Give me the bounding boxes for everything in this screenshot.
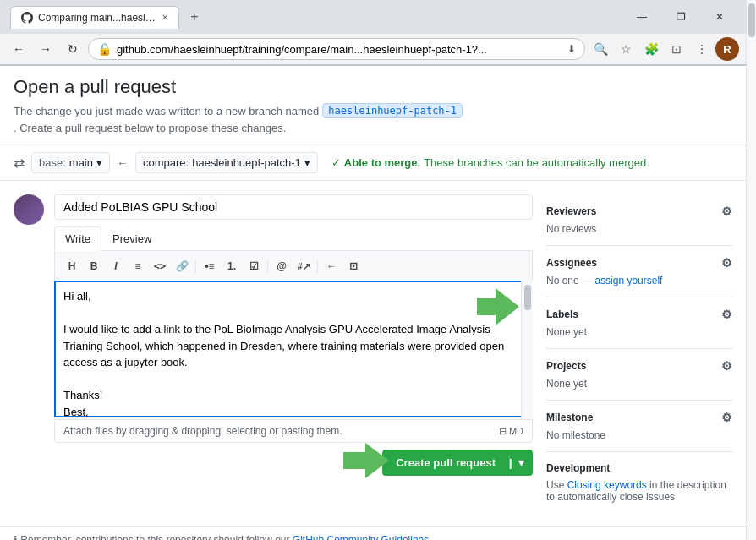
base-branch-select[interactable]: base: main ▾ xyxy=(31,152,110,173)
link-button[interactable]: 🔗 xyxy=(172,256,192,276)
labels-label: Labels xyxy=(546,308,578,320)
browser-tab[interactable]: Comparing main...haesleinhuep ✕ xyxy=(10,6,179,29)
milestone-header: Milestone ⚙ xyxy=(546,411,732,424)
labels-gear-icon[interactable]: ⚙ xyxy=(721,308,732,321)
bookmark-icon[interactable]: ☆ xyxy=(614,37,638,61)
projects-label: Projects xyxy=(546,360,586,372)
forward-button[interactable]: → xyxy=(34,37,58,61)
title-bar: Comparing main...haesleinhuep ✕ + — ❐ ✕ xyxy=(0,0,746,34)
list-button[interactable]: ≡ xyxy=(128,256,148,276)
branch-notice-text: The change you just made was written to … xyxy=(14,105,319,117)
assignees-value: No one — assign yourself xyxy=(546,275,732,286)
create-pr-button[interactable]: Create pull request | ▾ xyxy=(382,450,533,476)
merge-bar: ⇄ base: main ▾ ← compare: haesleinhuepf-… xyxy=(0,145,746,181)
maximize-button[interactable]: ❐ xyxy=(661,5,700,29)
assign-yourself-link[interactable]: assign yourself xyxy=(594,275,662,286)
reviewers-gear-icon[interactable]: ⚙ xyxy=(721,205,732,218)
compare-dropdown-icon: ▾ xyxy=(304,156,310,169)
page-content: Open a pull request The change you just … xyxy=(0,66,746,540)
mention-button[interactable]: @ xyxy=(271,256,292,276)
create-pr-dropdown-arrow[interactable]: ▾ xyxy=(510,450,533,476)
projects-section: Projects ⚙ None yet xyxy=(546,349,732,401)
branch-name-tag: haesleinhuepf-patch-1 xyxy=(322,103,463,118)
lock-icon: 🔒 xyxy=(97,42,112,56)
task-list-button[interactable]: ☑ xyxy=(244,256,264,276)
milestone-gear-icon[interactable]: ⚙ xyxy=(721,411,732,424)
menu-icon[interactable]: ⋮ xyxy=(690,37,714,61)
back-button[interactable]: ← xyxy=(7,37,30,61)
address-bar[interactable]: 🔒 ⬇ xyxy=(88,38,585,60)
address-input[interactable] xyxy=(117,43,562,56)
ordered-list-button[interactable]: 1. xyxy=(222,256,242,276)
main-panel: Write Preview H B I ≡ <> 🔗 xyxy=(14,194,533,513)
toolbar-separator-2 xyxy=(267,259,268,273)
milestone-section: Milestone ⚙ No milestone xyxy=(546,401,732,452)
dev-text-pre: Use xyxy=(546,479,564,491)
milestone-label: Milestone xyxy=(546,412,593,423)
base-value: main xyxy=(69,156,93,169)
reviewers-section: Reviewers ⚙ No reviews xyxy=(546,194,732,246)
unordered-list-button[interactable]: •≡ xyxy=(200,256,220,276)
development-header: Development xyxy=(546,462,732,474)
sidebar-toggle-icon[interactable]: ⊡ xyxy=(665,37,688,61)
content-area: Write Preview H B I ≡ <> 🔗 xyxy=(0,181,746,526)
footer-text-pre: Remember, contributions to this reposito… xyxy=(20,534,289,540)
reviewers-header: Reviewers ⚙ xyxy=(546,205,732,218)
heading-button[interactable]: H xyxy=(62,256,82,276)
page-header: Open a pull request The change you just … xyxy=(0,66,746,145)
labels-header: Labels ⚙ xyxy=(546,308,732,321)
italic-button[interactable]: I xyxy=(106,256,126,276)
write-tab[interactable]: Write xyxy=(54,226,101,251)
page-scrollbar[interactable] xyxy=(746,0,756,540)
projects-header: Projects ⚙ xyxy=(546,359,732,373)
minimize-button[interactable]: — xyxy=(622,5,661,29)
editor-scrollbar[interactable] xyxy=(521,281,533,419)
compare-label: compare: xyxy=(143,156,189,169)
projects-gear-icon[interactable]: ⚙ xyxy=(721,359,732,373)
sidebar-panel: Reviewers ⚙ No reviews Assignees ⚙ No on… xyxy=(546,194,732,513)
close-button[interactable]: ✕ xyxy=(700,5,739,29)
toolbar-separator xyxy=(195,259,196,273)
editor-toolbar: H B I ≡ <> 🔗 •≡ 1. ☑ xyxy=(54,251,533,281)
bold-button[interactable]: B xyxy=(84,256,104,276)
code-button[interactable]: <> xyxy=(150,256,170,276)
search-icon[interactable]: 🔍 xyxy=(589,37,612,61)
footer-info-icon: ℹ xyxy=(14,534,18,540)
reviewers-value: No reviews xyxy=(546,223,732,235)
assignees-header: Assignees ⚙ xyxy=(546,256,732,270)
projects-value: None yet xyxy=(546,378,732,390)
submit-row: Create pull request | ▾ xyxy=(54,450,533,476)
pr-form: Write Preview H B I ≡ <> 🔗 xyxy=(14,194,533,476)
editor-tabs: Write Preview xyxy=(54,226,533,251)
file-attach-bar: Attach files by dragging & dropping, sel… xyxy=(54,419,533,443)
closing-keywords-link[interactable]: Closing keywords xyxy=(567,479,647,491)
page-title: Open a pull request xyxy=(14,76,732,98)
undo-button[interactable]: ← xyxy=(321,256,342,276)
fullscreen-button[interactable]: ⊡ xyxy=(343,256,364,276)
community-guidelines-link[interactable]: GitHub Community Guidelines xyxy=(293,534,429,540)
create-pr-button-label[interactable]: Create pull request xyxy=(382,450,509,476)
pr-body-textarea[interactable]: Hi all, I would like to add a link to th… xyxy=(54,281,533,417)
page-scrollbar-thumb[interactable] xyxy=(748,3,755,37)
assignees-separator: — xyxy=(582,275,592,286)
check-icon: ✓ xyxy=(331,156,341,169)
tab-title: Comparing main...haesleinhuep xyxy=(38,12,156,24)
reviewers-label: Reviewers xyxy=(546,205,596,217)
footer-text-post: . xyxy=(432,534,435,540)
base-label: base: xyxy=(39,156,66,169)
preview-tab[interactable]: Preview xyxy=(101,226,162,251)
compare-branch-select[interactable]: compare: haesleinhuepf-patch-1 ▾ xyxy=(135,152,318,173)
assignees-gear-icon[interactable]: ⚙ xyxy=(721,256,732,270)
reload-button[interactable]: ↻ xyxy=(61,37,85,61)
extensions-icon[interactable]: 🧩 xyxy=(639,37,663,61)
new-tab-button[interactable]: + xyxy=(183,5,206,29)
base-dropdown-icon: ▾ xyxy=(96,156,102,169)
pr-title-input[interactable] xyxy=(54,194,533,220)
cross-ref-button[interactable]: #↗ xyxy=(293,256,314,276)
sync-icon: ⇄ xyxy=(14,155,25,171)
development-section: Development Use Closing keywords in the … xyxy=(546,452,732,513)
scrollbar-thumb[interactable] xyxy=(524,285,531,310)
merge-status-sub: These branches can be automatically merg… xyxy=(424,156,649,169)
profile-button[interactable]: R xyxy=(715,37,739,61)
tab-close-button[interactable]: ✕ xyxy=(162,13,168,22)
